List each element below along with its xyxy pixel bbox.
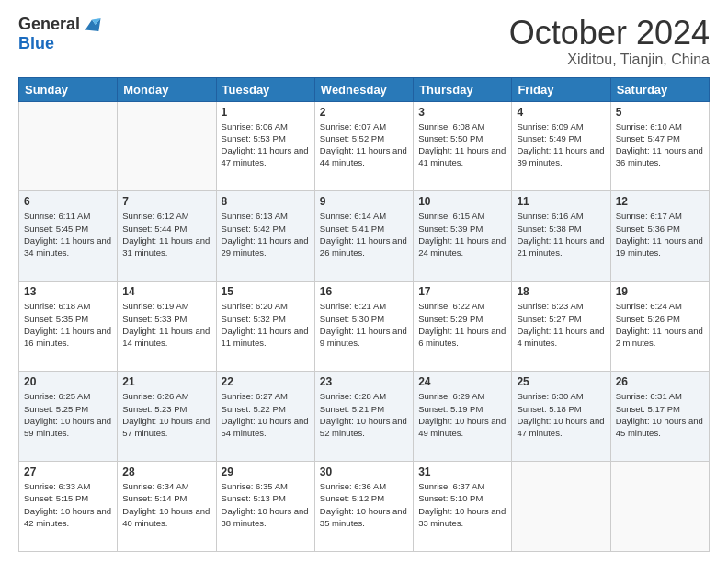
calendar-cell: 2Sunrise: 6:07 AM Sunset: 5:52 PM Daylig… [314, 101, 413, 191]
day-of-week-header: Tuesday [216, 77, 314, 101]
calendar-cell: 5Sunrise: 6:10 AM Sunset: 5:47 PM Daylig… [610, 101, 709, 191]
calendar-cell: 21Sunrise: 6:26 AM Sunset: 5:23 PM Dayli… [118, 372, 216, 462]
day-number: 16 [320, 285, 408, 298]
day-number: 23 [320, 375, 408, 388]
day-info: Sunrise: 6:33 AM Sunset: 5:15 PM Dayligh… [24, 480, 112, 529]
calendar-header-row: SundayMondayTuesdayWednesdayThursdayFrid… [19, 77, 710, 101]
day-number: 14 [122, 285, 210, 298]
calendar-cell: 16Sunrise: 6:21 AM Sunset: 5:30 PM Dayli… [314, 282, 413, 372]
calendar-cell: 12Sunrise: 6:17 AM Sunset: 5:36 PM Dayli… [610, 191, 709, 282]
day-number: 4 [517, 106, 605, 119]
day-number: 27 [24, 465, 112, 478]
logo-blue-text: Blue [18, 34, 54, 52]
calendar-cell [610, 462, 709, 552]
calendar-cell: 3Sunrise: 6:08 AM Sunset: 5:50 PM Daylig… [414, 101, 512, 191]
day-info: Sunrise: 6:15 AM Sunset: 5:39 PM Dayligh… [418, 210, 506, 259]
day-of-week-header: Friday [512, 77, 610, 101]
day-number: 30 [320, 465, 408, 478]
calendar-cell [118, 101, 216, 191]
day-number: 17 [418, 285, 506, 298]
day-info: Sunrise: 6:14 AM Sunset: 5:41 PM Dayligh… [320, 210, 408, 259]
day-number: 19 [616, 285, 704, 298]
calendar-cell: 6Sunrise: 6:11 AM Sunset: 5:45 PM Daylig… [19, 191, 118, 282]
day-number: 24 [418, 375, 506, 388]
calendar-week-row: 13Sunrise: 6:18 AM Sunset: 5:35 PM Dayli… [19, 282, 710, 372]
day-info: Sunrise: 6:07 AM Sunset: 5:52 PM Dayligh… [320, 121, 408, 169]
calendar-cell: 24Sunrise: 6:29 AM Sunset: 5:19 PM Dayli… [414, 372, 512, 462]
calendar-week-row: 27Sunrise: 6:33 AM Sunset: 5:15 PM Dayli… [19, 462, 710, 552]
calendar-cell: 27Sunrise: 6:33 AM Sunset: 5:15 PM Dayli… [19, 462, 118, 552]
day-number: 9 [320, 195, 408, 208]
title-block: October 2024 Xiditou, Tianjin, China [509, 15, 710, 68]
day-info: Sunrise: 6:29 AM Sunset: 5:19 PM Dayligh… [418, 390, 506, 439]
calendar-cell: 22Sunrise: 6:27 AM Sunset: 5:22 PM Dayli… [216, 372, 314, 462]
day-info: Sunrise: 6:09 AM Sunset: 5:49 PM Dayligh… [517, 121, 605, 169]
day-info: Sunrise: 6:35 AM Sunset: 5:13 PM Dayligh… [222, 480, 310, 529]
day-number: 29 [222, 465, 310, 478]
calendar-cell: 7Sunrise: 6:12 AM Sunset: 5:44 PM Daylig… [118, 191, 216, 282]
calendar-cell: 31Sunrise: 6:37 AM Sunset: 5:10 PM Dayli… [414, 462, 512, 552]
day-info: Sunrise: 6:31 AM Sunset: 5:17 PM Dayligh… [616, 390, 704, 439]
logo: General Blue [18, 15, 102, 53]
day-number: 2 [320, 106, 408, 119]
day-info: Sunrise: 6:13 AM Sunset: 5:42 PM Dayligh… [222, 210, 310, 259]
day-number: 22 [222, 375, 310, 388]
day-number: 21 [122, 375, 210, 388]
calendar-cell: 11Sunrise: 6:16 AM Sunset: 5:38 PM Dayli… [512, 191, 610, 282]
day-info: Sunrise: 6:28 AM Sunset: 5:21 PM Dayligh… [320, 390, 408, 439]
calendar-cell: 25Sunrise: 6:30 AM Sunset: 5:18 PM Dayli… [512, 372, 610, 462]
calendar-cell: 29Sunrise: 6:35 AM Sunset: 5:13 PM Dayli… [216, 462, 314, 552]
day-number: 1 [222, 106, 310, 119]
day-info: Sunrise: 6:26 AM Sunset: 5:23 PM Dayligh… [122, 390, 210, 439]
calendar-table: SundayMondayTuesdayWednesdayThursdayFrid… [18, 77, 710, 552]
day-info: Sunrise: 6:25 AM Sunset: 5:25 PM Dayligh… [24, 390, 112, 439]
day-number: 11 [517, 195, 605, 208]
day-number: 25 [517, 375, 605, 388]
day-of-week-header: Monday [118, 77, 216, 101]
day-info: Sunrise: 6:27 AM Sunset: 5:22 PM Dayligh… [222, 390, 310, 439]
calendar-cell: 15Sunrise: 6:20 AM Sunset: 5:32 PM Dayli… [216, 282, 314, 372]
calendar-week-row: 20Sunrise: 6:25 AM Sunset: 5:25 PM Dayli… [19, 372, 710, 462]
day-info: Sunrise: 6:36 AM Sunset: 5:12 PM Dayligh… [320, 480, 408, 529]
calendar-cell: 4Sunrise: 6:09 AM Sunset: 5:49 PM Daylig… [512, 101, 610, 191]
calendar-cell [512, 462, 610, 552]
calendar-cell: 9Sunrise: 6:14 AM Sunset: 5:41 PM Daylig… [314, 191, 413, 282]
day-number: 18 [517, 285, 605, 298]
day-info: Sunrise: 6:19 AM Sunset: 5:33 PM Dayligh… [122, 300, 210, 349]
calendar-week-row: 6Sunrise: 6:11 AM Sunset: 5:45 PM Daylig… [19, 191, 710, 282]
calendar-cell: 19Sunrise: 6:24 AM Sunset: 5:26 PM Dayli… [610, 282, 709, 372]
day-info: Sunrise: 6:17 AM Sunset: 5:36 PM Dayligh… [616, 210, 704, 259]
day-number: 20 [24, 375, 112, 388]
day-number: 6 [24, 195, 112, 208]
day-number: 26 [616, 375, 704, 388]
day-info: Sunrise: 6:23 AM Sunset: 5:27 PM Dayligh… [517, 300, 605, 349]
day-number: 15 [222, 285, 310, 298]
logo-bird-icon [82, 15, 102, 35]
day-number: 31 [418, 465, 506, 478]
day-info: Sunrise: 6:30 AM Sunset: 5:18 PM Dayligh… [517, 390, 605, 439]
day-info: Sunrise: 6:20 AM Sunset: 5:32 PM Dayligh… [222, 300, 310, 349]
day-info: Sunrise: 6:16 AM Sunset: 5:38 PM Dayligh… [517, 210, 605, 259]
day-number: 10 [418, 195, 506, 208]
calendar-cell: 26Sunrise: 6:31 AM Sunset: 5:17 PM Dayli… [610, 372, 709, 462]
day-info: Sunrise: 6:11 AM Sunset: 5:45 PM Dayligh… [24, 210, 112, 259]
day-number: 8 [222, 195, 310, 208]
day-number: 5 [616, 106, 704, 119]
day-of-week-header: Saturday [610, 77, 709, 101]
location-title: Xiditou, Tianjin, China [509, 52, 710, 68]
calendar-cell: 1Sunrise: 6:06 AM Sunset: 5:53 PM Daylig… [216, 101, 314, 191]
day-info: Sunrise: 6:10 AM Sunset: 5:47 PM Dayligh… [616, 121, 704, 169]
header: General Blue October 2024 Xiditou, Tianj… [18, 15, 710, 68]
month-title: October 2024 [509, 15, 710, 52]
calendar-cell: 10Sunrise: 6:15 AM Sunset: 5:39 PM Dayli… [414, 191, 512, 282]
day-info: Sunrise: 6:34 AM Sunset: 5:14 PM Dayligh… [122, 480, 210, 529]
logo-general-text: General [18, 16, 80, 34]
calendar-cell: 8Sunrise: 6:13 AM Sunset: 5:42 PM Daylig… [216, 191, 314, 282]
day-info: Sunrise: 6:06 AM Sunset: 5:53 PM Dayligh… [222, 121, 310, 169]
day-of-week-header: Wednesday [314, 77, 413, 101]
calendar-cell: 30Sunrise: 6:36 AM Sunset: 5:12 PM Dayli… [314, 462, 413, 552]
day-number: 12 [616, 195, 704, 208]
day-of-week-header: Thursday [414, 77, 512, 101]
day-info: Sunrise: 6:37 AM Sunset: 5:10 PM Dayligh… [418, 480, 506, 529]
day-number: 7 [122, 195, 210, 208]
